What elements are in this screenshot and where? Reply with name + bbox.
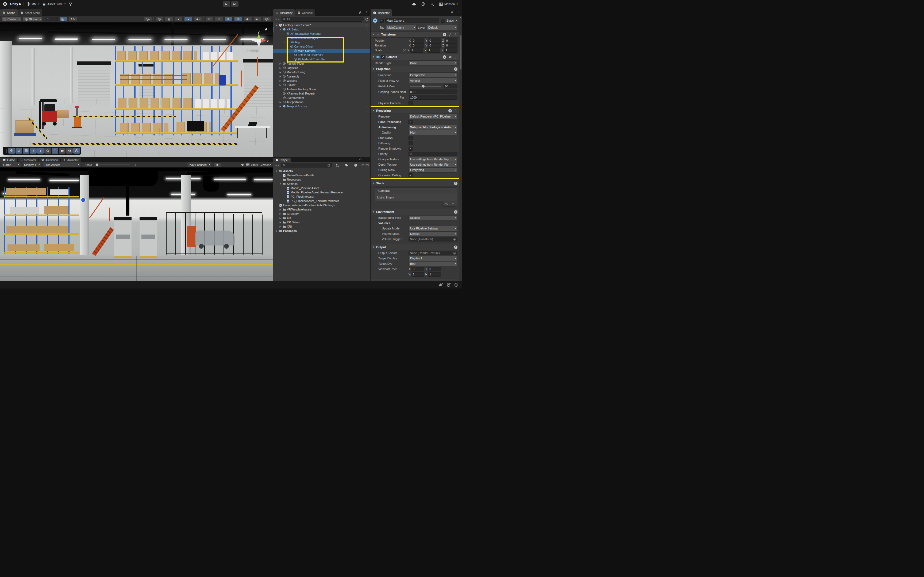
foldout-arrow[interactable]: ▶ <box>279 217 282 219</box>
fov-axis-dropdown[interactable]: Vertical <box>409 78 457 83</box>
environment-subheader[interactable]: ▼Environment ? <box>371 209 459 215</box>
output-subheader[interactable]: ▼Output ? <box>371 244 459 250</box>
shading-mode-button[interactable] <box>155 16 163 22</box>
viewport-w-field[interactable]: 1 <box>412 272 424 277</box>
version-control-icon[interactable] <box>69 2 73 6</box>
physical-camera-checkbox[interactable] <box>409 101 412 105</box>
tab-scene[interactable]: Scene <box>0 9 18 16</box>
draw-mode-dropdown[interactable]: ▾ <box>144 16 152 22</box>
object-picker-icon[interactable] <box>453 238 456 241</box>
foldout-arrow[interactable]: ▼ <box>275 170 278 172</box>
foldout-arrow[interactable]: ▶ <box>279 221 282 224</box>
xb-overlay-button[interactable]: XB <box>66 148 73 153</box>
project-menu[interactable]: MM ▼ <box>26 2 40 6</box>
camera-overlay-button[interactable] <box>59 148 66 153</box>
viewport-h-field[interactable]: 1 <box>428 272 441 277</box>
scene-gizmo-lock-icon[interactable] <box>264 28 268 32</box>
project-item[interactable]: ▶ XFactory <box>273 211 370 216</box>
prefab-chevron-icon[interactable]: › <box>367 28 370 31</box>
project-item[interactable]: Resources <box>273 177 370 182</box>
clip-near-field[interactable]: 0.01 <box>409 89 457 94</box>
project-item[interactable]: ▶ Packages <box>273 229 370 233</box>
stack-subheader[interactable]: ▼Stack ? <box>371 180 459 187</box>
target-display-dropdown[interactable]: Display 1 <box>409 256 457 261</box>
move-tool-button[interactable] <box>8 148 15 153</box>
background-type-dropdown[interactable]: Skybox <box>409 215 457 221</box>
foldout-arrow[interactable]: ▼ <box>279 183 282 185</box>
foldout-arrow[interactable]: ▶ <box>275 230 278 232</box>
snap-increment-button[interactable]: ▾ <box>69 16 77 22</box>
renderer-dropdown[interactable]: Default Renderer (PC_Pipeline <box>409 114 457 119</box>
help-icon[interactable]: ? <box>454 245 457 249</box>
stats-button[interactable]: Stats <box>251 163 258 166</box>
project-item[interactable]: PC_PipelineAsset <box>273 195 370 199</box>
section-menu-icon[interactable]: ⋮ <box>454 109 457 113</box>
wireframe-mode-button[interactable] <box>165 16 173 22</box>
foldout-arrow[interactable]: ▶ <box>279 101 282 103</box>
scene-tab-menu-icon[interactable]: ⋮ <box>267 11 271 15</box>
step-button[interactable]: ▶ <box>231 2 239 7</box>
overlay-arrows-dropdown[interactable]: ⇕▾ <box>225 16 233 22</box>
tab-game[interactable]: Game <box>0 158 18 162</box>
scale-y-field[interactable]: 1 <box>427 48 440 53</box>
viewport-x-field[interactable]: 0 <box>412 267 424 271</box>
foldout-arrow[interactable]: ▶ <box>279 105 282 108</box>
tab-simulator[interactable]: Simulator <box>18 158 39 162</box>
stack-remove-button[interactable]: − <box>452 201 454 206</box>
foldout-arrow[interactable]: ▶ <box>279 213 282 215</box>
render-shadows-checkbox[interactable]: ✓ <box>409 147 412 151</box>
scene-visibility-moon-button[interactable]: ◑ <box>184 16 192 22</box>
rotation-y-field[interactable]: 0 <box>428 43 441 48</box>
help-icon[interactable]: ? <box>454 210 457 214</box>
rotation-z-field[interactable]: 0 <box>445 43 457 48</box>
tab-animation[interactable]: Animation <box>39 158 60 162</box>
hierarchy-item[interactable]: ▼ XR Rig <box>273 40 370 44</box>
culling-mask-dropdown[interactable]: Everything <box>409 168 457 172</box>
project-item[interactable]: PC_PipelineAsset_ForwardRenderer <box>273 199 370 203</box>
hierarchy-item[interactable]: ▼ Camera Offset <box>273 44 370 48</box>
project-search-input[interactable] <box>281 163 332 168</box>
mute-audio-icon[interactable] <box>241 163 244 167</box>
hierarchy-menu-icon[interactable]: ⋮ <box>365 11 368 15</box>
project-item[interactable]: ▼ Assets <box>273 169 370 173</box>
scale-z-field[interactable]: 1 <box>444 48 457 53</box>
play-focused-dropdown[interactable]: Play Focused <box>187 162 212 167</box>
view-options-button[interactable]: ◑ <box>30 148 37 153</box>
gameobject-prefab-icon[interactable] <box>372 18 378 24</box>
navigation-compass-button[interactable] <box>73 148 80 153</box>
tab-hierarchy[interactable]: Hierarchy <box>273 9 295 16</box>
object-picker-icon[interactable] <box>453 251 456 255</box>
foldout-arrow[interactable]: ▶ <box>279 226 282 228</box>
transform-header[interactable]: ▼ Transform ? ⋮ <box>371 31 459 38</box>
popout-window-icon[interactable] <box>327 164 330 167</box>
help-icon[interactable]: ? <box>454 67 457 71</box>
properties-tool-button[interactable] <box>16 148 22 153</box>
project-item[interactable]: UniversalRenderPipelineGlobalSettings <box>273 203 370 207</box>
tag-dropdown[interactable]: MainCamera <box>386 25 417 30</box>
game-viewport[interactable] <box>0 168 273 281</box>
overlay-drag-handle[interactable] <box>4 149 7 153</box>
gizmos-globe-dropdown[interactable]: ▾ <box>263 16 271 22</box>
game-debug-bug-button[interactable] <box>213 163 221 167</box>
layout-account-menu[interactable]: Mohsen ▼ <box>439 2 458 6</box>
position-x-field[interactable]: 0 <box>412 39 424 43</box>
cloud-icon[interactable] <box>412 2 416 6</box>
hierarchy-item[interactable]: EventSystem <box>273 96 370 100</box>
grid-snap-size-field[interactable]: 1 <box>46 17 58 21</box>
audio-mute-button[interactable]: ⊘ <box>205 16 213 22</box>
hierarchy-item[interactable]: ▶ Factory Floor <box>273 61 370 66</box>
foldout-arrow[interactable]: ▶ <box>279 75 282 78</box>
tab-project[interactable]: Project <box>273 158 291 162</box>
presets-icon[interactable] <box>448 33 452 36</box>
hierarchy-item[interactable]: ▼ XR Setup › <box>273 27 370 32</box>
hierarchy-item[interactable]: ▶ Exhibit <box>273 83 370 87</box>
update-mode-dropdown[interactable]: Use Pipeline Settings <box>409 226 457 231</box>
tab-console[interactable]: Console <box>295 9 315 16</box>
position-y-field[interactable]: 0 <box>428 39 441 43</box>
foldout-arrow[interactable]: ▶ <box>279 84 282 86</box>
project-item[interactable]: Mobile_PipelineAsset <box>273 186 370 190</box>
hierarchy-item[interactable]: ▶ Teleport Anchor › <box>273 104 370 108</box>
quality-dropdown[interactable]: High <box>409 130 457 135</box>
occlusion-culling-checkbox[interactable]: ✓ <box>409 173 412 177</box>
hierarchy-item[interactable]: ▶ Logistics <box>273 66 370 70</box>
